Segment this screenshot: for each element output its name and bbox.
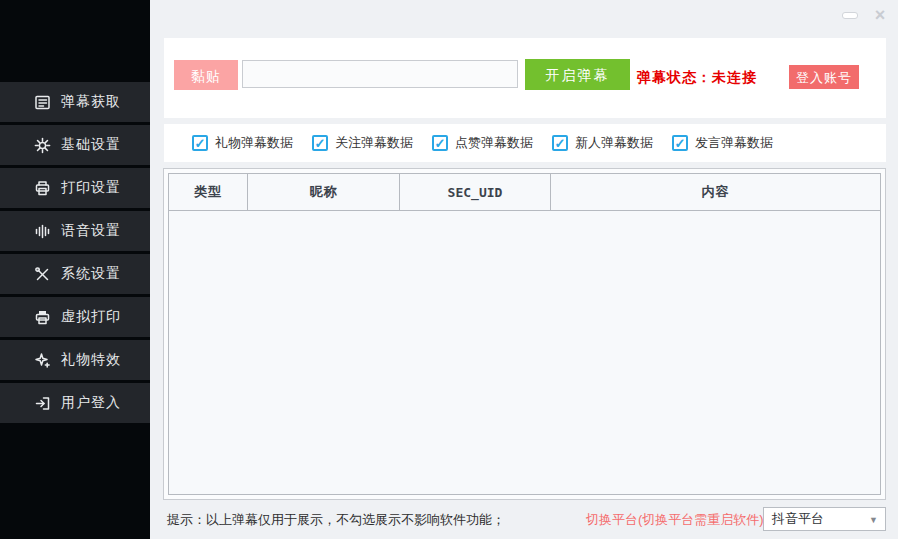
column-header-sec-uid: SEC_UID <box>400 174 551 210</box>
column-header-type: 类型 <box>169 174 248 210</box>
checkbox-checked-icon[interactable]: ✓ <box>552 135 568 151</box>
virtual-printer-icon <box>34 309 51 326</box>
platform-select-value: 抖音平台 <box>772 510 824 528</box>
filter-follow[interactable]: ✓ 关注弹幕数据 <box>312 124 413 162</box>
main-area: × 黏贴 开启弹幕 弹幕状态： 未连接 登入账号 ✓ 礼物弹幕数据 ✓ 关注弹幕… <box>150 0 898 539</box>
filter-label: 新人弹幕数据 <box>575 134 653 152</box>
sidebar-item-print-settings[interactable]: 打印设置 <box>0 168 150 208</box>
window-controls: × <box>842 5 889 25</box>
filter-label: 点赞弹幕数据 <box>455 134 533 152</box>
filter-label: 礼物弹幕数据 <box>215 134 293 152</box>
check-glyph: ✓ <box>675 137 686 150</box>
sidebar-item-label: 弹幕获取 <box>61 93 121 111</box>
room-url-input[interactable] <box>242 60 518 88</box>
sidebar-item-system-settings[interactable]: 系统设置 <box>0 254 150 294</box>
table-header-row: 类型 昵称 SEC_UID 内容 <box>169 174 880 211</box>
sidebar-item-label: 虚拟打印 <box>61 308 121 326</box>
filter-label: 关注弹幕数据 <box>335 134 413 152</box>
filter-label: 发言弹幕数据 <box>695 134 773 152</box>
sidebar-item-user-login[interactable]: 用户登入 <box>0 383 150 423</box>
sidebar-item-label: 语音设置 <box>61 222 121 240</box>
sidebar-item-voice-settings[interactable]: 语音设置 <box>0 211 150 251</box>
checkbox-checked-icon[interactable]: ✓ <box>432 135 448 151</box>
filter-panel: ✓ 礼物弹幕数据 ✓ 关注弹幕数据 ✓ 点赞弹幕数据 ✓ 新人弹幕数据 ✓ 发言… <box>164 124 886 162</box>
footer-bar: 提示：以上弹幕仅用于展示，不勾选展示不影响软件功能； 切换平台(切换平台需重启软… <box>150 500 898 539</box>
printer-icon <box>34 180 51 197</box>
filter-gift[interactable]: ✓ 礼物弹幕数据 <box>192 124 293 162</box>
checkbox-checked-icon[interactable]: ✓ <box>312 135 328 151</box>
start-danmaku-button[interactable]: 开启弹幕 <box>525 59 630 90</box>
sidebar-item-label: 礼物特效 <box>61 351 121 369</box>
toolbar-panel: 黏贴 开启弹幕 弹幕状态： 未连接 登入账号 <box>164 38 886 118</box>
danmaku-list-icon <box>34 94 51 111</box>
status-value: 未连接 <box>712 69 757 87</box>
sidebar-item-label: 打印设置 <box>61 179 121 197</box>
hint-text: 提示：以上弹幕仅用于展示，不勾选展示不影响软件功能； <box>167 500 505 539</box>
status-label: 弹幕状态： <box>637 69 712 87</box>
user-login-icon <box>34 395 51 412</box>
crossed-tools-icon <box>34 266 51 283</box>
filter-like[interactable]: ✓ 点赞弹幕数据 <box>432 124 533 162</box>
danmaku-table-frame: 类型 昵称 SEC_UID 内容 <box>163 168 886 500</box>
minimize-button[interactable] <box>842 5 858 25</box>
gift-sparkle-icon <box>34 352 51 369</box>
switch-platform-link[interactable]: 切换平台(切换平台需重启软件) <box>586 500 764 539</box>
filter-chat[interactable]: ✓ 发言弹幕数据 <box>672 124 773 162</box>
sidebar-item-label: 基础设置 <box>61 136 121 154</box>
sidebar-item-label: 用户登入 <box>61 394 121 412</box>
sidebar-item-label: 系统设置 <box>61 265 121 283</box>
check-glyph: ✓ <box>315 137 326 150</box>
danmaku-table: 类型 昵称 SEC_UID 内容 <box>168 173 881 495</box>
sidebar-item-gift-effects[interactable]: 礼物特效 <box>0 340 150 380</box>
sidebar-item-virtual-print[interactable]: 虚拟打印 <box>0 297 150 337</box>
checkbox-checked-icon[interactable]: ✓ <box>192 135 208 151</box>
table-body-empty <box>169 211 880 494</box>
minimize-icon <box>842 12 858 19</box>
checkbox-checked-icon[interactable]: ✓ <box>672 135 688 151</box>
sidebar-nav: 弹幕获取 基础设置 打印设置 语音设置 系统设置 <box>0 82 150 426</box>
login-account-button[interactable]: 登入账号 <box>789 65 859 89</box>
sidebar-item-basic-settings[interactable]: 基础设置 <box>0 125 150 165</box>
column-header-content: 内容 <box>551 174 880 210</box>
danmaku-status: 弹幕状态： 未连接 <box>637 38 757 118</box>
app-window: { "window": { "controls": { "minimize": … <box>0 0 898 539</box>
close-button[interactable]: × <box>871 5 889 25</box>
check-glyph: ✓ <box>195 137 206 150</box>
platform-select[interactable]: 抖音平台 ▼ <box>763 507 886 531</box>
paste-button[interactable]: 黏贴 <box>174 60 238 90</box>
sidebar-item-danmaku-capture[interactable]: 弹幕获取 <box>0 82 150 122</box>
chevron-down-icon: ▼ <box>869 515 878 525</box>
voice-waveform-icon <box>34 223 51 240</box>
filter-newcomer[interactable]: ✓ 新人弹幕数据 <box>552 124 653 162</box>
check-glyph: ✓ <box>555 137 566 150</box>
check-glyph: ✓ <box>435 137 446 150</box>
close-icon: × <box>875 5 886 25</box>
sidebar: 弹幕获取 基础设置 打印设置 语音设置 系统设置 <box>0 0 150 539</box>
gear-icon <box>34 137 51 154</box>
column-header-nickname: 昵称 <box>248 174 400 210</box>
